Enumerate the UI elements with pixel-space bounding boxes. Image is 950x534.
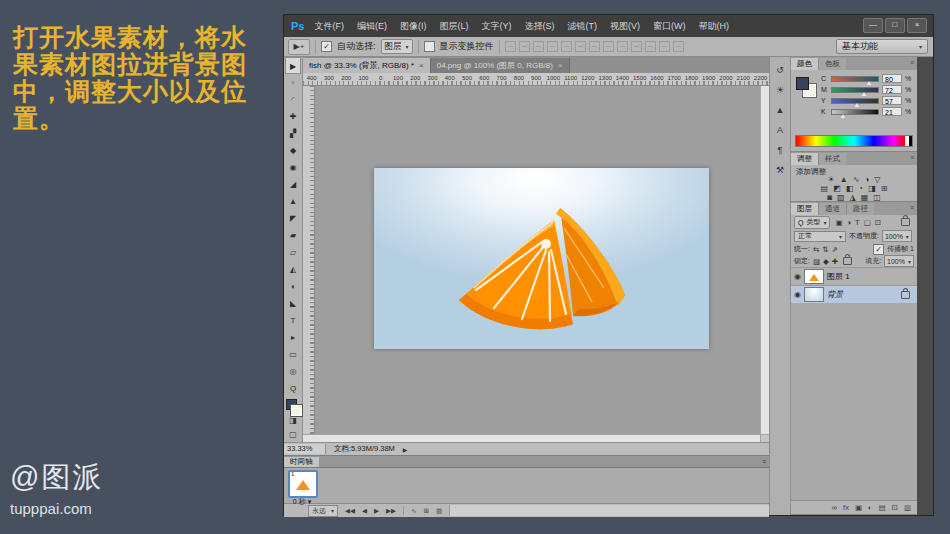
hand-tool[interactable]: ◎: [285, 363, 301, 380]
unify-style-icon[interactable]: ⇗: [832, 245, 838, 254]
color-lookup-icon[interactable]: ⊞: [881, 185, 888, 193]
rectangle-tool[interactable]: ▭: [285, 346, 301, 363]
move-tool[interactable]: ▶: [285, 57, 301, 74]
link-layers-icon[interactable]: ∞: [832, 502, 837, 514]
align-horizontal-centers-icon[interactable]: [561, 41, 572, 52]
selective-color-icon[interactable]: ◫: [873, 194, 881, 202]
status-options-arrow[interactable]: ▶: [403, 446, 408, 453]
levels-panel-icon[interactable]: ▲: [772, 103, 788, 117]
panel-menu-icon[interactable]: ≡: [910, 154, 914, 161]
foreground-color-swatch[interactable]: [796, 77, 809, 90]
filter-shape-layers-icon[interactable]: ▢: [864, 218, 871, 227]
workspace-dropdown[interactable]: 基本功能 ▾: [836, 39, 928, 54]
path-selection-tool[interactable]: ▸: [285, 329, 301, 346]
type-tool[interactable]: T: [285, 312, 301, 329]
brightness-contrast-icon[interactable]: ☀: [828, 176, 835, 184]
history-brush-tool[interactable]: ◤: [285, 210, 301, 227]
screen-mode-button[interactable]: ▢: [285, 428, 301, 442]
filter-adjustment-layers-icon[interactable]: ◑: [847, 218, 852, 227]
layer-thumbnail[interactable]: [804, 269, 824, 284]
tab-channels[interactable]: 通道: [818, 203, 846, 215]
new-layer-icon[interactable]: ⊡: [892, 502, 898, 514]
frame-delay-dropdown[interactable]: 0 秒 ▾: [286, 497, 318, 507]
slider-track[interactable]: [831, 76, 879, 82]
align-vertical-centers-icon[interactable]: [519, 41, 530, 52]
tab-swatches[interactable]: 色板: [818, 58, 846, 70]
slider-thumb[interactable]: [854, 103, 860, 107]
quick-mask-mode-button[interactable]: ◨: [285, 414, 301, 428]
yellow-slider[interactable]: Y 57 %: [821, 95, 913, 106]
distribute-right-edges-icon[interactable]: [659, 41, 670, 52]
lock-pixels-icon[interactable]: ◆: [823, 257, 829, 266]
clone-stamp-tool[interactable]: ▲: [285, 193, 301, 210]
brush-tool[interactable]: ◢: [285, 176, 301, 193]
eraser-tool[interactable]: ▰: [285, 227, 301, 244]
opacity-dropdown[interactable]: 100% ▾: [882, 230, 912, 242]
slider-thumb[interactable]: [866, 81, 872, 85]
spot-healing-brush-tool[interactable]: ◉: [285, 159, 301, 176]
blend-mode-dropdown[interactable]: 正常 ▾: [794, 231, 846, 242]
layer-thumbnail[interactable]: [804, 287, 824, 302]
vibrance-icon[interactable]: ▽: [874, 176, 880, 184]
layer-name[interactable]: 背景: [827, 289, 843, 300]
maximize-button[interactable]: □: [885, 18, 905, 33]
tool-presets-panel-icon[interactable]: ⚒: [772, 163, 788, 177]
channel-value-field[interactable]: 57: [882, 96, 902, 105]
move-tool-preset-icon[interactable]: ▶+: [288, 39, 310, 55]
panel-menu-icon[interactable]: ≡: [910, 59, 914, 66]
menu-layer[interactable]: 图层(L): [439, 20, 468, 33]
photo-filter-icon[interactable]: ◔: [858, 185, 863, 193]
visibility-eye-icon[interactable]: ◉: [794, 290, 801, 299]
crop-tool[interactable]: ▞: [285, 125, 301, 142]
delete-frame-button[interactable]: ▥: [436, 505, 442, 516]
distribute-left-edges-icon[interactable]: [631, 41, 642, 52]
slider-thumb[interactable]: [840, 114, 846, 118]
slider-thumb[interactable]: [861, 92, 867, 96]
visibility-eye-icon[interactable]: ◉: [794, 272, 801, 281]
distribute-top-edges-icon[interactable]: [589, 41, 600, 52]
vertical-scrollbar[interactable]: [760, 86, 769, 434]
lock-transparency-icon[interactable]: ▨: [813, 257, 820, 266]
align-left-edges-icon[interactable]: [547, 41, 558, 52]
menu-view[interactable]: 视图(V): [610, 20, 640, 33]
close-button[interactable]: ×: [907, 18, 927, 33]
filter-type-layers-icon[interactable]: T: [855, 218, 860, 227]
previous-frame-button[interactable]: ◀: [362, 505, 367, 516]
tab-paths[interactable]: 路径: [846, 203, 874, 215]
auto-select-checkbox[interactable]: ✓: [321, 41, 332, 52]
align-right-edges-icon[interactable]: [575, 41, 586, 52]
next-frame-button[interactable]: ▶▶: [386, 505, 396, 516]
canvas[interactable]: [374, 168, 709, 349]
filter-switch-icon[interactable]: [901, 218, 910, 226]
play-button[interactable]: ▶: [374, 505, 379, 516]
animation-frame-1[interactable]: 1: [288, 470, 318, 498]
tab-layers[interactable]: 图层: [791, 203, 818, 215]
tab-styles[interactable]: 样式: [818, 153, 846, 165]
black-slider[interactable]: K 21 %: [821, 106, 913, 117]
cyan-slider[interactable]: C 80 %: [821, 73, 913, 84]
canvas-viewport[interactable]: [303, 86, 769, 434]
filter-pixel-layers-icon[interactable]: ▣: [835, 218, 842, 227]
propagate-frame-checkbox[interactable]: ✓: [873, 244, 884, 255]
new-adjustment-layer-icon[interactable]: ◐: [868, 502, 873, 514]
adjustments-panel-icon[interactable]: ☀: [772, 83, 788, 97]
show-transform-checkbox[interactable]: [424, 41, 435, 52]
eyedropper-tool[interactable]: ◆: [285, 142, 301, 159]
tween-button[interactable]: ∿: [411, 505, 416, 516]
distribute-vertical-centers-icon[interactable]: [603, 41, 614, 52]
duplicate-frame-button[interactable]: ⊞: [423, 505, 428, 516]
distribute-horizontal-centers-icon[interactable]: [645, 41, 656, 52]
menu-file[interactable]: 文件(F): [314, 20, 344, 33]
horizontal-scrollbar[interactable]: [303, 434, 769, 442]
dodge-tool[interactable]: ◖: [285, 278, 301, 295]
blur-tool[interactable]: ◭: [285, 261, 301, 278]
distribute-bottom-edges-icon[interactable]: [617, 41, 628, 52]
filter-type-dropdown[interactable]: Ϙ 类型 ▾: [794, 216, 830, 229]
posterize-icon[interactable]: ▧: [837, 194, 845, 202]
filter-smart-objects-icon[interactable]: ⊡: [875, 218, 881, 227]
zoom-level-field[interactable]: 33.33%: [284, 444, 326, 454]
close-icon[interactable]: ×: [558, 61, 563, 70]
menu-filter[interactable]: 滤镜(T): [567, 20, 597, 33]
gradient-map-icon[interactable]: ▦: [861, 194, 869, 202]
menu-image[interactable]: 图像(I): [400, 20, 427, 33]
